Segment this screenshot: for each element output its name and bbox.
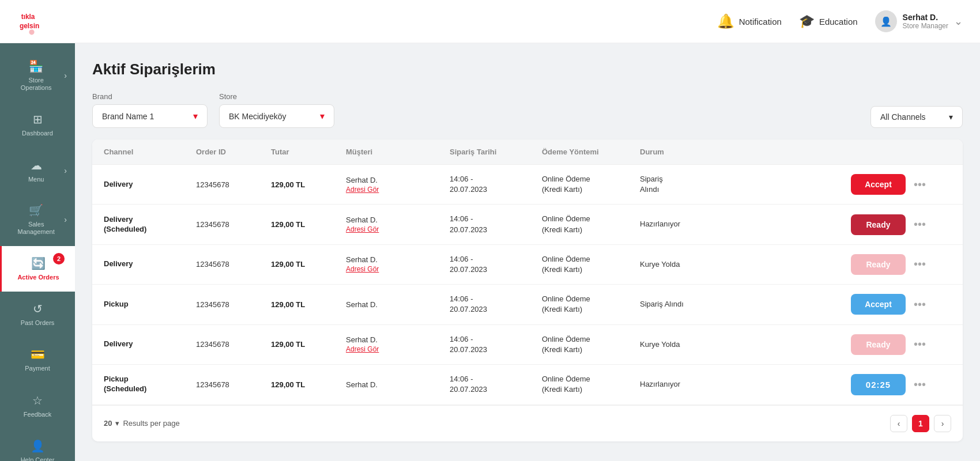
per-page-value: 20 — [104, 419, 112, 428]
sidebar: 🏪 StoreOperations › ⊞ Dashboard ☁ Menu ›… — [0, 43, 75, 461]
sidebar-item-active-orders[interactable]: 🔄 Active Orders 2 — [0, 246, 75, 292]
page-1-button[interactable]: 1 — [912, 415, 929, 432]
brand-select[interactable]: Brand Name 1 ▾ — [92, 104, 208, 128]
sidebar-item-feedback[interactable]: ☆ Feedback — [0, 383, 75, 429]
row4-customer: Serhat D. — [346, 300, 450, 309]
active-orders-icon: 🔄 — [31, 256, 46, 270]
row1-more-button[interactable]: ••• — [911, 176, 928, 194]
row6-channel: Pickup(Scheduled) — [104, 375, 196, 394]
row2-more-button[interactable]: ••• — [911, 216, 928, 233]
channel-select[interactable]: All Channels ▾ — [870, 106, 963, 128]
row6-timer-button[interactable]: 02:25 — [851, 374, 906, 395]
table-row: Pickup(Scheduled) 12345678 129,00 TL Ser… — [92, 365, 963, 405]
header-right: 🔔 Notification 🎓 Education 👤 Serhat D. S… — [717, 10, 963, 32]
row2-ready-button[interactable]: Ready — [851, 214, 906, 235]
row4-action-group: Accept ••• — [732, 294, 928, 315]
col-channel: Channel — [104, 148, 196, 156]
menu-icon: ☁ — [31, 158, 42, 172]
row3-customer-name: Serhat D. — [346, 255, 450, 264]
sidebar-item-sales-management[interactable]: 🛒 SalesManagement › — [0, 193, 75, 246]
row2-channel: Delivery(Scheduled) — [104, 215, 196, 235]
row2-status: Hazırlanıyor — [640, 219, 732, 229]
next-page-button[interactable]: › — [934, 415, 951, 432]
row3-ready-button[interactable]: Ready — [851, 254, 906, 275]
row5-more-button[interactable]: ••• — [911, 335, 928, 353]
row2-action-group: Ready ••• — [732, 214, 928, 235]
row2-order-id: 12345678 — [196, 220, 271, 229]
col-payment: Ödeme Yöntemi — [542, 148, 640, 156]
sidebar-item-help-center[interactable]: 👤 Help Center — [0, 429, 75, 461]
row1-order-id: 12345678 — [196, 180, 271, 189]
main-content: Aktif Siparişlerim Brand Brand Name 1 ▾ … — [75, 43, 980, 461]
row3-payment: Online Ödeme(Kredi Kartı) — [542, 254, 640, 275]
table-row: Delivery 12345678 129,00 TL Serhat D. Ad… — [92, 325, 963, 365]
row1-customer: Serhat D. Adresi Gör — [346, 176, 450, 194]
row4-order-id: 12345678 — [196, 300, 271, 309]
sidebar-item-payment[interactable]: 💳 Payment — [0, 337, 75, 383]
store-value: BK Mecidiyeköy — [229, 112, 287, 121]
menu-chevron-icon: › — [64, 166, 67, 175]
row4-accept-button[interactable]: Accept — [851, 294, 906, 315]
row1-status: SiparişAlındı — [640, 174, 732, 195]
row4-more-button[interactable]: ••• — [911, 296, 928, 313]
row2-date: 14:06 -20.07.2023 — [450, 214, 542, 235]
row2-customer-name: Serhat D. — [346, 216, 450, 224]
row4-status: Sipariş Alındı — [640, 299, 732, 309]
row2-address-link[interactable]: Adresi Gör — [346, 225, 450, 233]
row1-customer-name: Serhat D. — [346, 176, 450, 184]
row1-date: 14:06 -20.07.2023 — [450, 174, 542, 195]
row4-channel: Pickup — [104, 300, 196, 309]
row1-accept-button[interactable]: Accept — [851, 174, 906, 195]
notification-nav[interactable]: 🔔 Notification — [717, 13, 782, 29]
store-filter-label: Store — [219, 92, 334, 101]
table-row: Delivery 12345678 129,00 TL Serhat D. Ad… — [92, 165, 963, 205]
row5-date: 14:06 -20.07.2023 — [450, 334, 542, 355]
brand-select-chevron-icon: ▾ — [193, 111, 198, 122]
per-page-selector[interactable]: 20 ▾ Results per page — [104, 419, 180, 428]
table-row: Delivery 12345678 129,00 TL Serhat D. Ad… — [92, 245, 963, 285]
store-select-chevron-icon: ▾ — [320, 111, 325, 122]
sales-management-icon: 🛒 — [29, 203, 43, 217]
svg-point-2 — [29, 29, 34, 35]
row6-more-button[interactable]: ••• — [911, 376, 928, 394]
row3-more-button[interactable]: ••• — [911, 255, 928, 273]
row3-address-link[interactable]: Adresi Gör — [346, 265, 450, 273]
row3-status: Kurye Yolda — [640, 259, 732, 270]
orders-table: Channel Order ID Tutar Müşteri Sipariş T… — [92, 139, 963, 441]
user-name: Serhat D. — [903, 13, 948, 22]
row6-payment: Online Ödeme(Kredi Kartı) — [542, 374, 640, 395]
brand-filter-group: Brand Brand Name 1 ▾ — [92, 92, 208, 128]
row5-channel: Delivery — [104, 339, 196, 349]
bell-icon: 🔔 — [717, 13, 734, 29]
per-page-label: Results per page — [123, 419, 179, 428]
logo[interactable]: tıkla gelsin — [17, 6, 46, 37]
store-operations-icon: 🏪 — [29, 59, 43, 73]
row4-amount: 129,00 TL — [271, 300, 346, 309]
user-menu[interactable]: 👤 Serhat D. Store Manager ⌄ — [875, 10, 963, 32]
sidebar-item-dashboard[interactable]: ⊞ Dashboard — [0, 102, 75, 148]
row5-address-link[interactable]: Adresi Gör — [346, 345, 450, 353]
svg-text:gelsin: gelsin — [20, 21, 39, 29]
education-icon: 🎓 — [799, 14, 815, 29]
education-nav[interactable]: 🎓 Education — [799, 14, 858, 29]
row5-ready-button[interactable]: Ready — [851, 334, 906, 355]
per-page-chevron-icon: ▾ — [115, 419, 119, 428]
channel-select-chevron-icon: ▾ — [949, 112, 953, 122]
row5-amount: 129,00 TL — [271, 340, 346, 349]
sidebar-item-past-orders[interactable]: ↺ Past Orders — [0, 292, 75, 337]
row1-action-group: Accept ••• — [732, 174, 928, 195]
sidebar-item-store-operations[interactable]: 🏪 StoreOperations › — [0, 49, 75, 102]
row3-channel: Delivery — [104, 259, 196, 269]
row4-payment: Online Ödeme(Kredi Kartı) — [542, 294, 640, 315]
sidebar-item-menu[interactable]: ☁ Menu › — [0, 148, 75, 193]
pagination-bar: 20 ▾ Results per page ‹ 1 › — [92, 405, 963, 441]
row1-address-link[interactable]: Adresi Gör — [346, 186, 450, 194]
row3-action-group: Ready ••• — [732, 254, 928, 275]
prev-page-button[interactable]: ‹ — [890, 415, 907, 432]
user-role: Store Manager — [903, 22, 948, 30]
sidebar-label-dashboard: Dashboard — [22, 130, 53, 137]
row6-amount: 129,00 TL — [271, 380, 346, 389]
row1-amount: 129,00 TL — [271, 180, 346, 189]
store-select[interactable]: BK Mecidiyeköy ▾ — [219, 104, 334, 128]
row6-order-id: 12345678 — [196, 380, 271, 389]
